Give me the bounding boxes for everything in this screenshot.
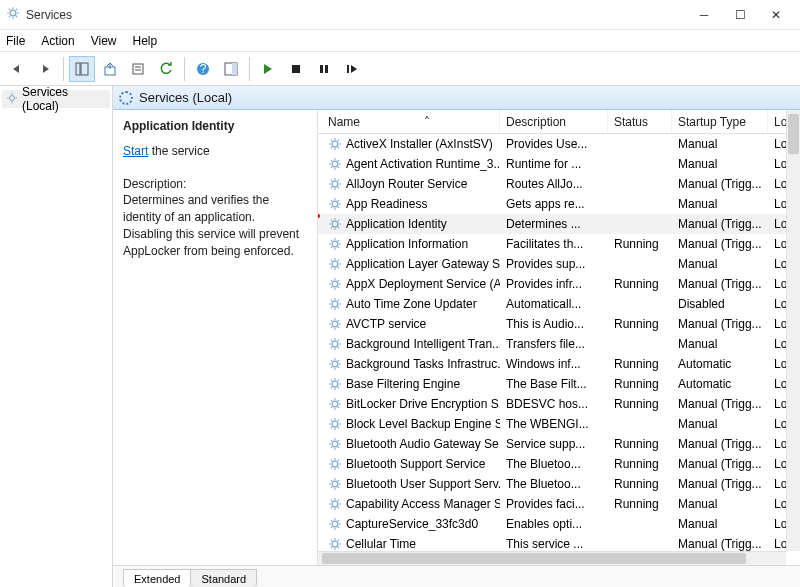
table-row[interactable]: Bluetooth Audio Gateway Se...Service sup…	[318, 434, 800, 454]
scrollbar-thumb[interactable]	[322, 553, 746, 564]
tree-item-services-local[interactable]: Services (Local)	[2, 90, 110, 108]
table-row[interactable]: Agent Activation Runtime_3...Runtime for…	[318, 154, 800, 174]
table-row[interactable]: AppX Deployment Service (A...Provides in…	[318, 274, 800, 294]
cell-name: AVCTP service	[346, 317, 426, 331]
svg-line-52	[338, 187, 339, 188]
svg-point-136	[332, 381, 338, 387]
table-row[interactable]: Base Filtering EngineThe Base Filt...Run…	[318, 374, 800, 394]
svg-point-91	[332, 281, 338, 287]
table-row[interactable]: Background Tasks Infrastruc...Windows in…	[318, 354, 800, 374]
svg-line-135	[338, 360, 339, 361]
col-status[interactable]: Status	[608, 110, 672, 133]
svg-point-145	[332, 401, 338, 407]
svg-line-71	[331, 227, 332, 228]
maximize-button[interactable]: ☐	[722, 1, 758, 29]
cell-description: Runtime for ...	[500, 157, 608, 171]
svg-line-126	[338, 340, 339, 341]
svg-line-153	[338, 400, 339, 401]
scrollbar-thumb[interactable]	[788, 114, 799, 154]
svg-line-70	[338, 227, 339, 228]
svg-line-98	[331, 287, 332, 288]
svg-line-7	[9, 16, 10, 17]
cell-description: Automaticall...	[500, 297, 608, 311]
svg-line-51	[331, 180, 332, 181]
cell-status: Running	[608, 357, 672, 371]
table-row[interactable]: Application IdentityDetermines ...Manual…	[318, 214, 800, 234]
cell-name: Background Intelligent Tran...	[346, 337, 500, 351]
properties-button[interactable]	[125, 56, 151, 82]
svg-line-124	[338, 347, 339, 348]
svg-point-0	[10, 10, 16, 16]
svg-line-197	[331, 507, 332, 508]
table-row[interactable]: Background Intelligent Tran...Transfers …	[318, 334, 800, 354]
help-button[interactable]: ?	[190, 56, 216, 82]
table-row[interactable]: Bluetooth User Support Serv...The Blueto…	[318, 474, 800, 494]
start-service-link[interactable]: Start	[123, 144, 148, 158]
horizontal-scrollbar[interactable]	[318, 551, 786, 565]
svg-line-36	[338, 140, 339, 141]
restart-service-button[interactable]	[339, 56, 365, 82]
action-pane-button[interactable]	[218, 56, 244, 82]
refresh-button[interactable]	[153, 56, 179, 82]
cell-name: Background Tasks Infrastruc...	[346, 357, 500, 371]
cell-name: Bluetooth User Support Serv...	[346, 477, 500, 491]
col-name[interactable]: Name˄	[322, 110, 500, 133]
svg-line-196	[338, 507, 339, 508]
show-tree-button[interactable]	[69, 56, 95, 82]
table-row[interactable]: App ReadinessGets apps re...ManualLoc	[318, 194, 800, 214]
cell-description: Routes AllJo...	[500, 177, 608, 191]
col-description[interactable]: Description	[500, 110, 608, 133]
svg-line-88	[338, 267, 339, 268]
minimize-button[interactable]: ─	[686, 1, 722, 29]
table-row[interactable]: Application Layer Gateway S...Provides s…	[318, 254, 800, 274]
vertical-scrollbar[interactable]	[786, 110, 800, 551]
table-row[interactable]: Capability Access Manager S...Provides f…	[318, 494, 800, 514]
table-row[interactable]: AVCTP serviceThis is Audio...RunningManu…	[318, 314, 800, 334]
menu-file[interactable]: File	[6, 34, 25, 48]
tree-item-label: Services (Local)	[22, 85, 106, 113]
svg-line-159	[331, 420, 332, 421]
pause-service-button[interactable]	[311, 56, 337, 82]
close-button[interactable]: ✕	[758, 1, 794, 29]
svg-line-96	[331, 280, 332, 281]
menu-help[interactable]: Help	[133, 34, 158, 48]
stop-service-button[interactable]	[283, 56, 309, 82]
col-startup-type[interactable]: Startup Type	[672, 110, 768, 133]
cell-description: The Bluetoo...	[500, 477, 608, 491]
menu-action[interactable]: Action	[41, 34, 74, 48]
cell-startup: Manual	[672, 157, 768, 171]
svg-point-64	[332, 221, 338, 227]
table-row[interactable]: Bluetooth Support ServiceThe Bluetoo...R…	[318, 454, 800, 474]
svg-line-123	[331, 340, 332, 341]
table-row[interactable]: BitLocker Drive Encryption S...BDESVC ho…	[318, 394, 800, 414]
table-row[interactable]: CaptureService_33fc3d0Enables opti...Man…	[318, 514, 800, 534]
forward-button[interactable]	[32, 56, 58, 82]
back-button[interactable]	[4, 56, 30, 82]
cell-status: Running	[608, 477, 672, 491]
tab-extended[interactable]: Extended	[123, 569, 191, 587]
svg-line-117	[338, 320, 339, 321]
svg-line-97	[338, 287, 339, 288]
gear-icon	[328, 217, 342, 231]
svg-point-82	[332, 261, 338, 267]
cell-description: Provides sup...	[500, 257, 608, 271]
table-row[interactable]: Application InformationFacilitates th...…	[318, 234, 800, 254]
cell-name: Capability Access Manager S...	[346, 497, 500, 511]
export-button[interactable]	[97, 56, 123, 82]
start-service-button[interactable]	[255, 56, 281, 82]
menu-view[interactable]: View	[91, 34, 117, 48]
tab-standard[interactable]: Standard	[190, 569, 257, 587]
svg-line-80	[331, 247, 332, 248]
svg-line-142	[338, 387, 339, 388]
table-row[interactable]: Block Level Backup Engine S...The WBENGI…	[318, 414, 800, 434]
cell-startup: Manual	[672, 497, 768, 511]
table-row[interactable]: AllJoyn Router ServiceRoutes AllJo...Man…	[318, 174, 800, 194]
table-header: Name˄ Description Status Startup Type Lo…	[318, 110, 800, 134]
table-wrap: Name˄ Description Status Startup Type Lo…	[318, 110, 800, 565]
table-row[interactable]: Auto Time Zone UpdaterAutomaticall...Dis…	[318, 294, 800, 314]
svg-line-89	[331, 267, 332, 268]
gear-icon	[328, 357, 342, 371]
cell-startup: Manual (Trigg...	[672, 277, 768, 291]
svg-line-187	[338, 487, 339, 488]
table-row[interactable]: ActiveX Installer (AxInstSV)Provides Use…	[318, 134, 800, 154]
